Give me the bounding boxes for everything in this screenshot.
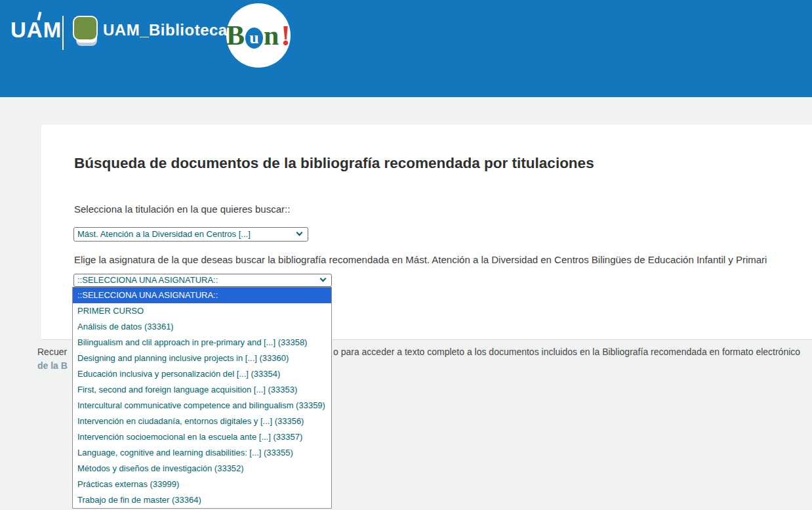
asignatura-option[interactable]: Language, cognitive and learning disabil…: [73, 445, 331, 461]
asignatura-option[interactable]: PRIMER CURSO: [73, 303, 331, 319]
note-line1-right: o para acceder a texto completo a los do…: [333, 347, 800, 357]
header-divider: [62, 16, 64, 50]
chevron-down-icon: [320, 276, 327, 282]
page-title: Búsqueda de documentos de la bibliografí…: [74, 155, 594, 172]
chevron-down-icon: [296, 230, 303, 236]
bun-logo-letter-b: B: [226, 20, 245, 51]
bun-logo-letter-u: u: [245, 28, 263, 49]
titulacion-select[interactable]: Mást. Atención a la Diversidad en Centro…: [73, 227, 308, 242]
asignatura-select-value: ::SELECCIONA UNA ASIGNATURA::: [77, 275, 218, 285]
asignatura-select[interactable]: ::SELECCIONA UNA ASIGNATURA::: [73, 274, 332, 287]
asignatura-option[interactable]: Intervención en ciudadanía, entornos dig…: [73, 414, 331, 429]
book-icon-front-layer: [74, 17, 96, 39]
uam-logo[interactable]: UAM: [10, 18, 62, 43]
asignatura-option[interactable]: Designing and planning inclusive project…: [73, 351, 331, 366]
note-line1-left: Recuer: [37, 347, 67, 357]
asignatura-option[interactable]: Intercultural communicative competence a…: [73, 398, 331, 414]
page: UAM UAM_Biblioteca B u n ! Búsqueda de d…: [0, 0, 812, 510]
bun-logo[interactable]: B u n !: [226, 3, 291, 68]
asignatura-option[interactable]: Bilingualism and clil approach in pre-pr…: [73, 335, 331, 351]
asignatura-option[interactable]: Educación inclusiva y personalización de…: [73, 366, 331, 382]
asignatura-label: Elige la asignatura de la que deseas bus…: [74, 254, 767, 265]
asignatura-option[interactable]: ::SELECCIONA UNA ASIGNATURA::: [73, 287, 331, 303]
bun-logo-exclaim: !: [281, 19, 291, 53]
asignatura-option[interactable]: Análisis de datos (33361): [73, 319, 331, 335]
bun-logo-letter-n: n: [264, 20, 279, 51]
asignatura-option[interactable]: Intervención socioemocional en la escuel…: [73, 429, 331, 445]
asignatura-option[interactable]: Trabajo de fin de master (33364): [73, 492, 331, 508]
biblioteca-book-icon: [73, 17, 100, 49]
note-line2-link[interactable]: de la B: [37, 360, 68, 371]
asignatura-options-list: ::SELECCIONA UNA ASIGNATURA:: PRIMER CUR…: [72, 287, 332, 509]
header: UAM UAM_Biblioteca B u n !: [0, 0, 812, 97]
brand-title[interactable]: UAM_Biblioteca: [103, 21, 228, 39]
asignatura-option[interactable]: Prácticas externas (33999): [73, 477, 331, 492]
titulacion-select-value: Mást. Atención a la Diversidad en Centro…: [77, 229, 251, 239]
asignatura-option[interactable]: Métodos y diseños de investigación (3335…: [73, 461, 331, 477]
titulacion-label: Selecciona la titulación en la que quier…: [74, 203, 290, 215]
uam-logo-text: UAM: [10, 18, 62, 42]
asignatura-option[interactable]: First, second and foreign language acqui…: [73, 382, 331, 398]
